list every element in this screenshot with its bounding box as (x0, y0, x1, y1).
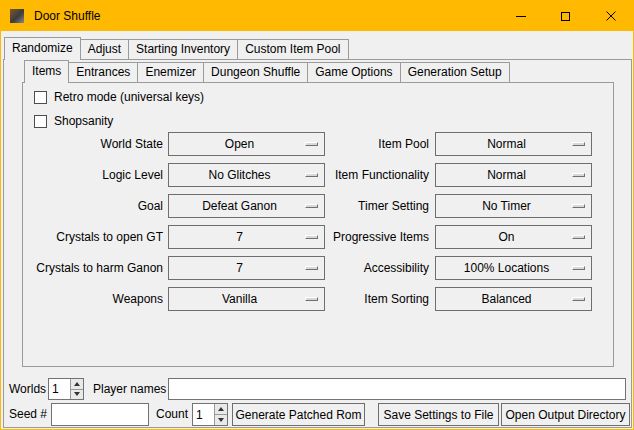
dropdown-indicator-icon (572, 266, 585, 270)
spin-up-icon[interactable] (70, 379, 83, 389)
checkbox-label: Retro mode (universal keys) (54, 90, 204, 104)
dropdown-indicator-icon (572, 235, 585, 239)
window-controls (498, 1, 633, 31)
titlebar[interactable]: Door Shuffle (1, 1, 633, 31)
close-icon (606, 11, 616, 21)
option-row: World State Open Item Pool Normal (23, 132, 613, 156)
player-names-input[interactable] (168, 378, 626, 400)
window-title: Door Shuffle (34, 9, 101, 23)
maximize-icon (561, 12, 570, 21)
option-row: Crystals to harm Ganon 7 Accessibility 1… (23, 256, 613, 280)
checkbox-label: Shopsanity (54, 114, 113, 128)
tab-generation-setup[interactable]: Generation Setup (400, 62, 510, 83)
accessibility-label: Accessibility (319, 256, 429, 280)
settings-tab-bar: Items Entrances Enemizer Dungeon Shuffle… (24, 60, 510, 83)
tab-enemizer[interactable]: Enemizer (137, 62, 204, 83)
item-functionality-dropdown[interactable]: Normal (435, 163, 592, 187)
dropdown-value: Normal (438, 133, 575, 155)
world-state-dropdown[interactable]: Open (168, 132, 325, 156)
spin-up-icon[interactable] (214, 404, 227, 414)
minimize-icon (516, 16, 526, 17)
item-pool-label: Item Pool (319, 132, 429, 156)
minimize-button[interactable] (498, 1, 543, 31)
item-sorting-dropdown[interactable]: Balanced (435, 287, 592, 311)
dropdown-value: Open (171, 133, 308, 155)
spinner-buttons (70, 379, 83, 399)
logic-level-label: Logic Level (27, 163, 163, 187)
dropdown-indicator-icon (572, 204, 585, 208)
tab-game-options[interactable]: Game Options (307, 62, 400, 83)
option-row: Weapons Vanilla Item Sorting Balanced (23, 287, 613, 311)
crystals-gt-dropdown[interactable]: 7 (168, 225, 325, 249)
worlds-label: Worlds (9, 378, 46, 400)
open-output-directory-button[interactable]: Open Output Directory (501, 403, 630, 426)
timer-setting-label: Timer Setting (319, 194, 429, 218)
tab-dungeon-shuffle[interactable]: Dungeon Shuffle (203, 62, 308, 83)
item-sorting-label: Item Sorting (319, 287, 429, 311)
dropdown-indicator-icon (305, 142, 318, 146)
seed-input[interactable] (51, 403, 149, 426)
generate-patched-rom-button[interactable]: Generate Patched Rom (232, 403, 365, 426)
tab-custom-item-pool[interactable]: Custom Item Pool (237, 39, 348, 60)
option-row: Logic Level No Glitches Item Functionali… (23, 163, 613, 187)
count-input[interactable] (193, 404, 214, 425)
crystals-gt-label: Crystals to open GT (27, 225, 163, 249)
dropdown-indicator-icon (572, 173, 585, 177)
spin-down-icon[interactable] (214, 414, 227, 425)
dropdown-indicator-icon (305, 297, 318, 301)
dropdown-indicator-icon (572, 297, 585, 301)
accessibility-dropdown[interactable]: 100% Locations (435, 256, 592, 280)
player-names-label: Player names (93, 378, 166, 400)
dropdown-indicator-icon (305, 266, 318, 270)
dropdown-value: Defeat Ganon (171, 195, 308, 217)
crystals-ganon-dropdown[interactable]: 7 (168, 256, 325, 280)
main-tab-bar: Randomize Adjust Starting Inventory Cust… (4, 37, 349, 60)
dropdown-value: Balanced (438, 288, 575, 310)
checkbox-icon (34, 115, 47, 128)
close-button[interactable] (588, 1, 633, 31)
save-settings-button[interactable]: Save Settings to File (378, 403, 499, 426)
items-pane: Retro mode (universal keys) Shopsanity W… (22, 82, 614, 367)
dropdown-value: 100% Locations (438, 257, 575, 279)
retro-mode-checkbox[interactable]: Retro mode (universal keys) (34, 88, 204, 106)
tab-adjust[interactable]: Adjust (80, 39, 129, 60)
logic-level-dropdown[interactable]: No Glitches (168, 163, 325, 187)
item-pool-dropdown[interactable]: Normal (435, 132, 592, 156)
dropdown-value: Normal (438, 164, 575, 186)
count-label: Count (156, 403, 188, 426)
app-icon (10, 9, 24, 23)
seed-label: Seed # (9, 403, 47, 426)
dropdown-indicator-icon (305, 235, 318, 239)
shopsanity-checkbox[interactable]: Shopsanity (34, 112, 113, 130)
world-state-label: World State (27, 132, 163, 156)
worlds-input[interactable] (49, 379, 70, 399)
count-spinner[interactable] (192, 403, 228, 426)
dropdown-value: 7 (171, 226, 308, 248)
tab-randomize[interactable]: Randomize (4, 37, 81, 60)
tab-starting-inventory[interactable]: Starting Inventory (128, 39, 238, 60)
tab-entrances[interactable]: Entrances (68, 62, 138, 83)
progressive-items-dropdown[interactable]: On (435, 225, 592, 249)
worlds-spinner[interactable] (48, 378, 84, 400)
dropdown-value: Vanilla (171, 288, 308, 310)
weapons-dropdown[interactable]: Vanilla (168, 287, 325, 311)
dropdown-value: 7 (171, 257, 308, 279)
dropdown-value: On (438, 226, 575, 248)
spin-down-icon[interactable] (70, 389, 83, 400)
dropdown-indicator-icon (305, 204, 318, 208)
tab-items[interactable]: Items (24, 60, 69, 83)
checkbox-icon (34, 91, 47, 104)
timer-setting-dropdown[interactable]: No Timer (435, 194, 592, 218)
option-row: Goal Defeat Ganon Timer Setting No Timer (23, 194, 613, 218)
goal-label: Goal (27, 194, 163, 218)
option-row: Crystals to open GT 7 Progressive Items … (23, 225, 613, 249)
dropdown-value: No Timer (438, 195, 575, 217)
dropdown-indicator-icon (572, 142, 585, 146)
progressive-items-label: Progressive Items (319, 225, 429, 249)
item-functionality-label: Item Functionality (319, 163, 429, 187)
dropdown-indicator-icon (305, 173, 318, 177)
crystals-ganon-label: Crystals to harm Ganon (27, 256, 163, 280)
spinner-buttons (214, 404, 227, 425)
goal-dropdown[interactable]: Defeat Ganon (168, 194, 325, 218)
maximize-button[interactable] (543, 1, 588, 31)
